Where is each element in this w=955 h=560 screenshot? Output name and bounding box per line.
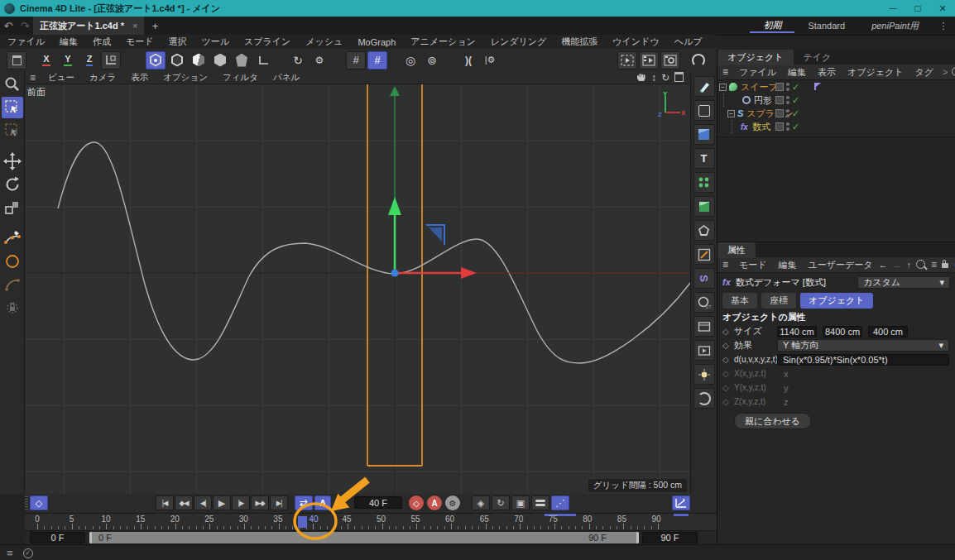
mode-polygons-icon[interactable] <box>210 51 230 69</box>
timeline-grip[interactable] <box>25 496 28 510</box>
viewport-canvas[interactable]: 前面 <box>25 84 690 495</box>
vp-menu-camera[interactable]: カメラ <box>82 72 123 84</box>
menu-tools[interactable]: ツール <box>194 36 238 48</box>
om-menu-edit[interactable]: 編集 <box>782 66 812 79</box>
loop-mode-button[interactable]: ⇄ <box>295 495 313 510</box>
tab-coordinates[interactable]: 座標 <box>761 293 796 309</box>
polygon-icon[interactable] <box>693 220 715 241</box>
visibility-dots[interactable] <box>786 83 789 91</box>
am-up-icon[interactable]: ↑ <box>907 260 912 270</box>
motion-clip-icon[interactable] <box>693 340 715 361</box>
am-lock-icon[interactable] <box>942 260 948 270</box>
formula-field[interactable]: Sin(x*0.95/t)*Sin(x*0.05*t) <box>777 354 949 366</box>
render-picture-viewer-icon[interactable] <box>639 51 659 69</box>
tab-close-icon[interactable]: × <box>132 21 137 31</box>
visibility-dots[interactable] <box>786 96 789 104</box>
spline-pen-tool[interactable] <box>2 227 23 249</box>
fit-to-parent-button[interactable]: 親に合わせる <box>734 413 811 429</box>
tree-row-spline[interactable]: − S スプライン ✓ <box>717 107 955 120</box>
enabled-check-icon[interactable]: ✓ <box>792 108 799 119</box>
rotate-tool[interactable] <box>2 174 23 195</box>
keyframe-selection-button[interactable]: ◇ <box>30 495 48 510</box>
menu-window[interactable]: ウインドウ <box>605 36 666 48</box>
tab-basic[interactable]: 基本 <box>722 293 757 309</box>
menu-create[interactable]: 作成 <box>85 36 118 48</box>
mograph-cloner-icon[interactable] <box>693 172 715 193</box>
menu-edit[interactable]: 編集 <box>52 36 85 48</box>
mirror-settings-icon[interactable]: |⚙ <box>480 51 500 69</box>
om-menu-objects[interactable]: オブジェクト <box>842 66 909 79</box>
minimize-button[interactable]: ─ <box>881 2 905 14</box>
lock-tool[interactable] <box>2 297 23 318</box>
am-hamburger-icon[interactable]: ≡ <box>717 259 733 270</box>
menu-spline[interactable]: スプライン <box>237 36 298 48</box>
vp-menu-view[interactable]: ビュー <box>41 72 82 84</box>
document-tab[interactable]: 正弦波アート1.c4d * × <box>33 17 144 35</box>
collapse-icon[interactable]: − <box>727 110 735 117</box>
layer-toggle[interactable] <box>775 122 784 131</box>
am-back-icon[interactable]: ← <box>879 260 888 270</box>
size-x-field[interactable]: 1140 cm <box>777 326 817 337</box>
workplane-icon[interactable] <box>253 51 273 69</box>
key-position-button[interactable]: ◈ <box>472 495 490 510</box>
am-menu-edit[interactable]: 編集 <box>773 259 803 271</box>
close-button[interactable]: × <box>930 2 955 15</box>
layout-penipaint[interactable]: peniPaint用 <box>858 20 932 32</box>
next-key-button[interactable]: ▶◆ <box>251 495 269 510</box>
render-settings-icon[interactable] <box>660 51 680 69</box>
menu-animation[interactable]: アニメーション <box>403 36 483 48</box>
phong-tag-icon[interactable] <box>814 82 816 92</box>
enabled-check-icon[interactable]: ✓ <box>792 95 799 106</box>
undo-icon[interactable]: ↶ <box>0 20 17 32</box>
zoom-view-icon[interactable]: ↕ <box>651 72 656 84</box>
layer-toggle[interactable] <box>775 109 784 117</box>
playhead[interactable] <box>298 516 307 528</box>
om-search-icon[interactable] <box>952 67 955 78</box>
maximize-button[interactable]: □ <box>905 2 930 14</box>
axis-x-button[interactable]: X <box>36 51 56 69</box>
layer-toggle[interactable] <box>775 83 784 91</box>
cube-primitive-icon[interactable] <box>693 124 715 145</box>
object-label[interactable]: スイープ <box>741 81 778 93</box>
am-search-icon[interactable] <box>916 260 925 270</box>
sound-button[interactable] <box>334 498 343 508</box>
timeline-ruler[interactable]: 0 5 10 15 20 25 30 35 40 45 50 55 60 65 … <box>25 514 717 531</box>
vp-menu-filter[interactable]: フィルタ <box>215 72 266 84</box>
layout-initial[interactable]: 初期 <box>750 19 794 33</box>
status-hamburger-icon[interactable]: ≡ <box>7 547 13 559</box>
am-menu-userdata[interactable]: ユーザーデータ <box>803 259 879 271</box>
mirror-icon[interactable]: )( <box>458 51 478 69</box>
tree-row-sweep[interactable]: − スイープ ✓ <box>717 80 955 93</box>
environment-icon[interactable] <box>693 388 715 409</box>
layout-box-icon[interactable] <box>7 51 26 69</box>
key-diamond-icon[interactable]: ◇ <box>722 341 734 350</box>
sketch-tool-icon[interactable] <box>693 244 715 265</box>
live-selection-tool[interactable] <box>2 97 23 118</box>
om-menu-view[interactable]: 表示 <box>812 66 842 79</box>
tree-row-formula[interactable]: fx 数式 ✓ <box>717 120 955 133</box>
key-parameter-button[interactable] <box>531 495 549 510</box>
stage-icon[interactable] <box>693 316 715 337</box>
menu-file[interactable]: ファイル <box>0 36 52 48</box>
axis-z-button[interactable]: Z <box>79 51 99 69</box>
am-filter-icon[interactable]: ≡ <box>931 259 937 270</box>
light-icon[interactable] <box>693 364 715 385</box>
text-spline-icon[interactable]: T <box>693 148 715 169</box>
layer-toggle[interactable] <box>775 96 784 104</box>
grid-icon[interactable]: # <box>346 51 366 69</box>
add-tab-button[interactable]: + <box>144 20 166 32</box>
autokey-range-button[interactable]: A <box>314 495 331 510</box>
menu-select[interactable]: 選択 <box>161 36 194 48</box>
enabled-check-icon[interactable]: ✓ <box>792 82 799 93</box>
size-y-field[interactable]: 8400 cm <box>823 326 862 337</box>
vp-menu-panel[interactable]: パネル <box>266 72 307 84</box>
vp-menu-options[interactable]: オプション <box>156 72 215 84</box>
range-start-field[interactable]: 0 F <box>30 532 85 543</box>
mode-object-icon[interactable] <box>232 51 252 69</box>
move-tool[interactable] <box>2 151 23 172</box>
enabled-check-icon[interactable]: ✓ <box>792 122 799 132</box>
key-rotation-button[interactable]: ↻ <box>492 495 510 510</box>
deformer-icon[interactable]: S <box>693 268 715 289</box>
render-view-icon[interactable] <box>617 51 637 69</box>
record-keyframe-button[interactable]: ◇ <box>409 495 424 510</box>
